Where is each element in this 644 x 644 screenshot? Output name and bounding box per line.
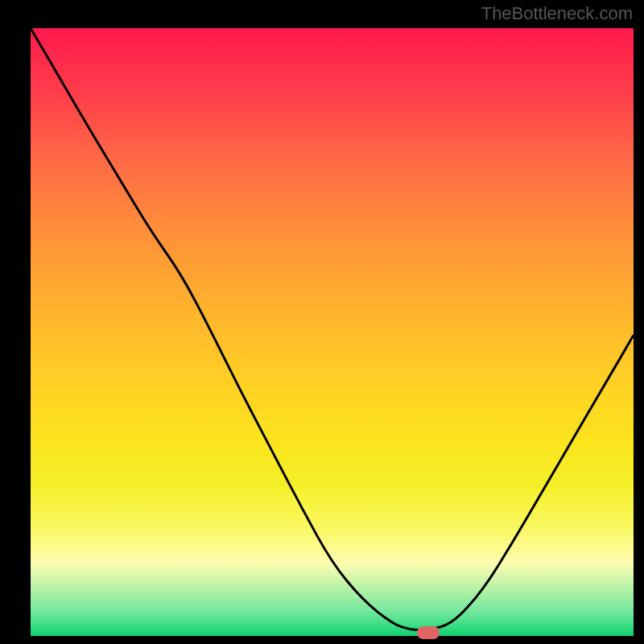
chart-marker: [417, 626, 440, 639]
chart-curve-svg: [31, 28, 634, 636]
watermark-text: TheBottleneck.com: [481, 3, 633, 24]
chart-plot-area: [31, 28, 634, 636]
chart-curve: [31, 28, 634, 630]
